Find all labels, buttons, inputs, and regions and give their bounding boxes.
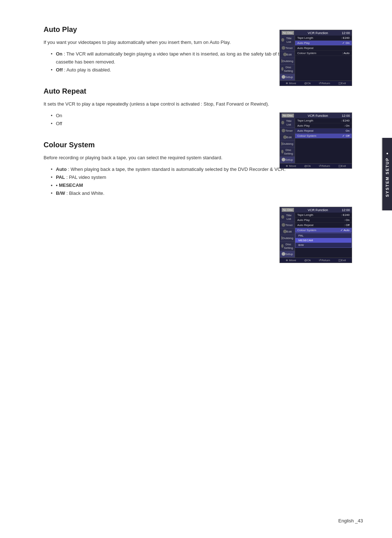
screen3-sidebar-disc: Disc Setting	[280, 242, 295, 251]
screen3-main: Tape Length : E240 Auto Play : On Auto R…	[295, 213, 352, 258]
screen1-autorepeat-label: Auto Repeat	[297, 46, 313, 50]
auto-play-bullet-on: On : The VCR will automatically begin pl…	[51, 50, 298, 66]
screen1-footer-ok: @Ok	[304, 82, 311, 85]
auto-play-on-label: On	[56, 51, 62, 57]
screen1-sidebar-setup: Setup	[280, 74, 295, 81]
screen1-body: Title List Timer Edit Dubbing Disc Setti…	[280, 36, 352, 81]
auto-repeat-bullet-on: On	[51, 112, 298, 120]
colour-auto-text: : When playing back a tape, the system s…	[68, 167, 286, 172]
screen2-row-colour: Colour System ✓ Off	[295, 134, 352, 139]
screen2-row-tape: Tape Length : E240	[295, 118, 352, 123]
sidebar-label-setup: Setup	[285, 75, 293, 79]
screen2-row-autoplay: Auto Play : On	[295, 123, 352, 128]
screen3-title: VCR Function	[308, 208, 328, 212]
auto-play-description: If you want your videotapes to play auto…	[44, 39, 298, 46]
auto-repeat-title: Auto Repeat	[44, 87, 298, 95]
screen3-footer-ok: @Ok	[304, 259, 311, 262]
screen1-tape-value: : E240	[341, 36, 350, 40]
page-footer: English _43	[338, 518, 363, 523]
screen3-sidebar-titlelist: Title List	[280, 213, 295, 222]
screen3-row-autoplay: Auto Play : On	[295, 218, 352, 223]
screen2-colour-value: ✓ Off	[342, 134, 350, 137]
auto-play-on-text: : The VCR will automatically begin playi…	[56, 51, 285, 65]
sidebar-label-timer: Timer	[285, 46, 293, 50]
auto-repeat-bullets: On Off	[44, 112, 298, 128]
screen3-tape-label: Tape Length	[297, 213, 313, 217]
screen2-header: No Disc VCR Function 12:00	[280, 113, 352, 118]
screen3-body: Title List Timer Edit Dubbing Disc Setti…	[280, 213, 352, 258]
screen3-dropdown-pal: PAL	[295, 233, 351, 238]
title-list-icon	[281, 38, 284, 42]
screen1-sidebar-edit: Edit	[280, 52, 295, 58]
screen1-autoplay-label: Auto Play	[297, 41, 310, 45]
auto-play-bullets: On : The VCR will automatically begin pl…	[44, 50, 298, 74]
screen3-dropdown-bw: B/W	[295, 243, 351, 247]
screen2-main: Tape Length : E240 Auto Play : On Auto R…	[295, 118, 352, 163]
s2-title-list-icon	[281, 121, 284, 124]
screen2-title: VCR Function	[308, 114, 328, 118]
screen2-footer-exit: ◫Exit	[338, 164, 346, 168]
vcr-screen-2: No Disc VCR Function 12:00 Title List Ti…	[279, 112, 352, 169]
screen1-sidebar-titlelist: Title List	[280, 36, 295, 45]
sidebar-label-disc: Disc Setting	[283, 66, 293, 73]
s2-edit-icon	[283, 135, 287, 139]
screen1-footer-exit: ◫Exit	[338, 82, 346, 85]
screen2-sidebar: Title List Timer Edit Dubbing Disc Setti…	[280, 118, 295, 163]
screen2-sidebar-setup: Setup	[280, 157, 295, 163]
screen2-footer-move: ≑ Move	[286, 164, 296, 168]
auto-repeat-section: Auto Repeat It sets the VCR to play a ta…	[44, 87, 298, 128]
screen1-row-autoplay: Auto Play ✓ On	[295, 41, 352, 46]
screen1-colour-label: Colour System	[297, 52, 316, 55]
screen1-header: No Disc VCR Function 12:00	[280, 30, 352, 36]
timer-icon	[282, 46, 285, 50]
auto-play-off-text: : Auto play is disabled.	[64, 67, 111, 73]
screen3-sidebar-dubbing: Dubbing	[280, 235, 295, 242]
s3-title-list-icon	[281, 215, 284, 219]
system-setup-label: SYSTEM SETUP	[385, 157, 389, 197]
screen1-row-autorepeat: Auto Repeat	[295, 46, 352, 51]
screen3-row-autorepeat: Auto Repeat : Off	[295, 223, 352, 228]
colour-system-bullet-auto: Auto : When playing back a tape, the sys…	[51, 165, 298, 173]
colour-system-bullet-mesecam: • MESECAM	[51, 181, 298, 189]
screen1-colour-value: : Auto	[342, 52, 350, 55]
sidebar-label-titlelist: Title List	[284, 37, 293, 44]
screen2-row-autorepeat: Auto Repeat On	[295, 128, 352, 134]
colour-mesecam-label: • MESECAM	[56, 182, 83, 188]
screen2-autoplay-label: Auto Play	[297, 124, 310, 127]
sidebar-label-edit: Edit	[287, 53, 292, 57]
screen2-footer: ≑ Move @Ok ↺Return ◫Exit	[280, 163, 352, 168]
setup-icon	[282, 75, 285, 79]
sidebar-label-dubbing: Dubbing	[282, 59, 293, 63]
screen2-tape-label: Tape Length	[297, 119, 313, 122]
screen2-body: Title List Timer Edit Dubbing Disc Setti…	[280, 118, 352, 163]
screen3-sidebar: Title List Timer Edit Dubbing Disc Setti…	[280, 213, 295, 258]
colour-system-bullet-pal: PAL : PAL video system	[51, 173, 298, 181]
screen1-sidebar-timer: Timer	[280, 45, 295, 52]
screen1-sidebar-dubbing: Dubbing	[280, 58, 295, 65]
system-setup-dot: ●	[386, 151, 388, 155]
auto-play-bullet-off: Off : Auto play is disabled.	[51, 66, 298, 74]
screen3-colour-value: ✓ Auto	[340, 229, 350, 232]
screen1-tape-label: Tape Length	[297, 36, 313, 40]
colour-system-title: Colour System	[44, 141, 298, 149]
screen3-autoplay-value: : On	[344, 218, 350, 222]
vcr-screen-1: No Disc VCR Function 12:00 Title List Ti…	[279, 30, 352, 86]
colour-system-description: Before recording or playing back a tape,…	[44, 154, 298, 162]
screen3-autorepeat-label: Auto Repeat	[297, 223, 313, 227]
screen3-dropdown: PAL MESECAM B/W	[295, 233, 352, 248]
auto-repeat-bullet-off: Off	[51, 120, 298, 128]
edit-icon	[283, 53, 287, 56]
screen1-row-colour: Colour System : Auto	[295, 51, 352, 56]
screen2-footer-ok: @Ok	[304, 164, 311, 168]
auto-repeat-on-text: On	[56, 113, 62, 118]
screen3-header: No Disc VCR Function 12:00	[280, 207, 352, 213]
screen1-time: 12:00	[342, 31, 350, 35]
colour-bw-label: B/W	[56, 190, 65, 196]
screen3-sidebar-edit: Edit	[280, 229, 295, 235]
colour-pal-label: PAL	[56, 174, 65, 180]
screen2-no-disc: No Disc	[282, 114, 294, 118]
screen3-autorepeat-value: : Off	[344, 223, 350, 227]
screen3-time: 12:00	[342, 208, 350, 212]
page-content: Auto Play If you want your videotapes to…	[0, 0, 327, 232]
screen1-main: Tape Length : E240 Auto Play ✓ On Auto R…	[295, 36, 352, 81]
